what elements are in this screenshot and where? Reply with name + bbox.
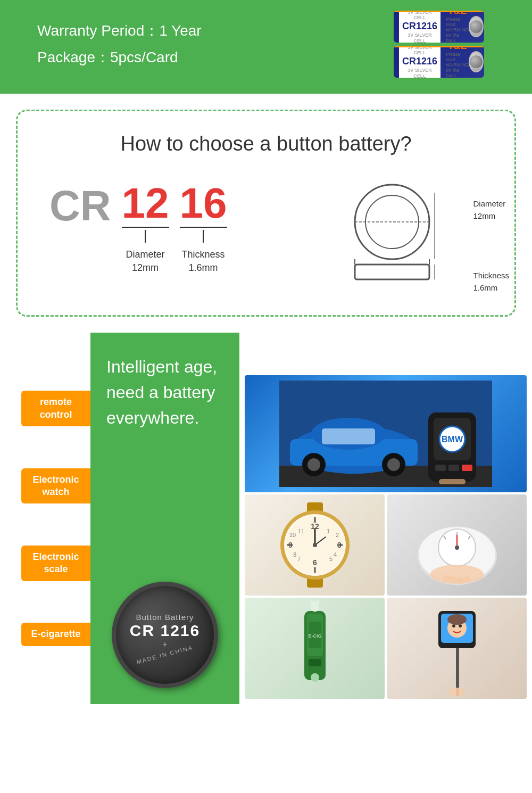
svg-point-49 [313,543,317,547]
green-marketing-banner: Intelligent age, need a battery everywhe… [90,333,239,704]
svg-text:4: 4 [333,551,336,558]
use-label-ecigarette: E-cigarette [21,623,90,646]
svg-text:11: 11 [297,528,304,534]
battery-badge-1: 3V SILVER CELL CR1216 3V SILVER CELL [399,11,440,43]
badge-model-1: CR1216 [402,21,437,32]
diameter-arrow [145,230,146,243]
warranty-text: Warranty Period：1 Year [37,18,202,44]
svg-point-79 [449,688,465,696]
badge-model-2: CR1216 [402,56,437,68]
diameter-label: Diameter 12mm [126,248,165,275]
svg-point-78 [447,614,467,625]
svg-rect-22 [435,465,446,471]
coin-plus: + [162,640,167,649]
thickness-block: 16 Thickness 1.6mm [180,182,227,275]
badge-sub2-2: 3V SILVER CELL [402,68,437,78]
brand-name-2: T&E [448,46,467,52]
svg-text:10: 10 [289,532,295,538]
battery-diagram: Diameter 12mm Thickness 1.6mm [328,182,467,288]
cr-label: CR [49,185,111,227]
battery-coin-1 [469,16,484,37]
car-key-illustration: BMW [279,381,492,487]
thickness-arrow [203,230,204,243]
svg-text:8: 8 [293,551,296,558]
svg-point-62 [463,576,470,582]
warning-text: Please read WARNING on the back before u… [446,16,469,43]
coin-inner-2 [470,55,483,68]
coin-inner-1 [470,20,483,33]
svg-text:7: 7 [297,556,300,562]
package-text: Package：5pcs/Card [37,44,202,71]
photo-car-key: BMW [245,375,527,492]
svg-point-15 [307,458,320,471]
product-images: 3V SILVER CELL CR1216 3V SILVER CELL T&E… [394,11,484,78]
svg-text:5: 5 [329,556,332,562]
bottom-section: remote control Electronic watch Electron… [0,333,532,715]
brand-name: T&E [448,11,467,16]
svg-text:9: 9 [288,541,293,549]
use-label-watch: Electronic watch [21,468,90,504]
use-label-scale: Electronic scale [21,546,90,581]
diagram-thickness-label: Thickness 1.6mm [473,270,509,294]
naming-left: CR 12 Diameter 12mm 16 Thickness [49,182,227,275]
svg-rect-24 [462,465,472,471]
svg-rect-25 [439,479,466,484]
svg-rect-69 [309,659,321,666]
use-label-remote: remote control [21,391,90,426]
battery-card-2: 3V SILVER CELL CR1216 3V SILVER CELL T&E… [394,46,484,78]
svg-point-65 [311,673,319,682]
thickness-label: Thickness 1.6mm [182,248,225,275]
naming-row: CR 12 Diameter 12mm 16 Thickness [49,182,483,288]
battery-card-1: 3V SILVER CELL CR1216 3V SILVER CELL T&E… [394,11,484,43]
coin-label: Button Battery [136,613,194,622]
guide-title: How to choose a button battery? [49,133,483,155]
photo-scale [387,494,527,596]
photo-row-2: E-CIG [245,598,527,699]
thickness-underline [180,227,227,228]
svg-text:6: 6 [313,558,317,567]
badge-sub-1: 3V SILVER CELL [402,11,437,21]
battery-coin-2 [469,51,484,72]
svg-text:1: 1 [326,528,329,534]
product-specs: Warranty Period：1 Year Package：5pcs/Card [37,18,202,71]
svg-rect-13 [322,428,375,444]
use-case-labels: remote control Electronic watch Electron… [0,333,90,704]
badge-sub-2: 3V SILVER CELL [402,46,437,56]
diagram-diameter-label: Diameter 12mm [473,198,509,222]
diagram-svg [328,182,467,288]
svg-text:3: 3 [337,541,342,549]
diameter-block: 12 Diameter 12mm [122,182,169,275]
photo-ecigarette: E-CIG [245,598,385,699]
selfie-illustration [409,600,505,696]
ecigarette-illustration: E-CIG [267,600,363,696]
svg-text:BMW: BMW [442,435,463,444]
diagram-labels: Diameter 12mm Thickness 1.6mm [473,198,509,294]
svg-text:2: 2 [335,532,338,538]
dashed-guide-card: How to choose a button battery? CR 12 Di… [16,110,516,317]
photo-row-1: 12 6 3 9 1 11 5 7 2 10 4 8 [245,494,527,596]
photo-selfie [387,598,527,699]
watch-illustration: 12 6 3 9 1 11 5 7 2 10 4 8 [267,497,363,593]
coin-model: CR 1216 [130,622,200,640]
use-case-photos: BMW [239,333,532,704]
warning-text-2: Please read WARNING on the back before u… [446,52,469,78]
guide-section: How to choose a button battery? CR 12 Di… [0,94,532,333]
photo-watch: 12 6 3 9 1 11 5 7 2 10 4 8 [245,494,385,596]
badge-brand-area: T&E Please read WARNING on the back befo… [440,11,469,43]
badge-brand-area-2: T&E Please read WARNING on the back befo… [440,46,469,78]
svg-rect-23 [448,465,459,471]
svg-point-17 [387,458,400,471]
svg-point-57 [455,546,459,550]
battery-badge-2: 3V SILVER CELL CR1216 3V SILVER CELL [399,46,440,78]
svg-point-77 [459,624,462,627]
top-section: Warranty Period：1 Year Package：5pcs/Card… [0,0,532,94]
diameter-underline [122,227,169,228]
svg-text:E-CIG: E-CIG [308,633,321,639]
coin-battery-display: Button Battery CR 1216 + MADE IN CHINA [112,582,218,688]
svg-rect-2 [355,265,429,279]
diameter-number: 12 [122,182,169,225]
thickness-number: 16 [180,182,227,225]
svg-point-61 [455,577,464,583]
scale-illustration [409,497,505,593]
banner-text: Intelligent age, need a battery everywhe… [106,354,223,431]
